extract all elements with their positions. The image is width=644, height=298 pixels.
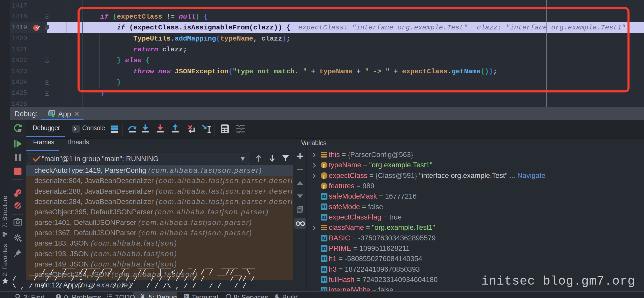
svg-text:01: 01 bbox=[322, 205, 326, 209]
svg-text:p: p bbox=[323, 183, 325, 189]
svg-text:01: 01 bbox=[322, 278, 326, 282]
svg-text:p: p bbox=[323, 162, 325, 168]
svg-text:01: 01 bbox=[322, 257, 326, 261]
svg-text:01: 01 bbox=[322, 246, 326, 251]
svg-text:01: 01 bbox=[322, 267, 326, 272]
svg-text:01: 01 bbox=[322, 215, 326, 219]
svg-text:01: 01 bbox=[322, 194, 326, 199]
svg-text:p: p bbox=[323, 173, 325, 179]
svg-text:01: 01 bbox=[322, 236, 326, 240]
